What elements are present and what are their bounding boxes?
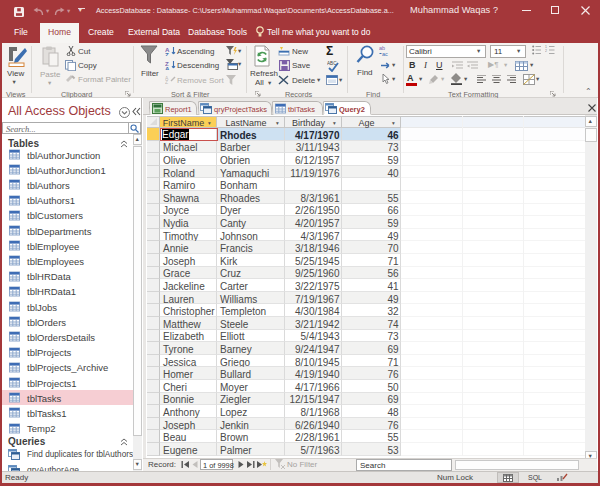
svg-text:Z: Z <box>165 79 168 84</box>
svg-text:2: 2 <box>545 49 547 53</box>
svg-text:Z: Z <box>165 51 169 57</box>
svg-text:ac: ac <box>382 51 388 56</box>
svg-text:A: A <box>165 65 170 71</box>
